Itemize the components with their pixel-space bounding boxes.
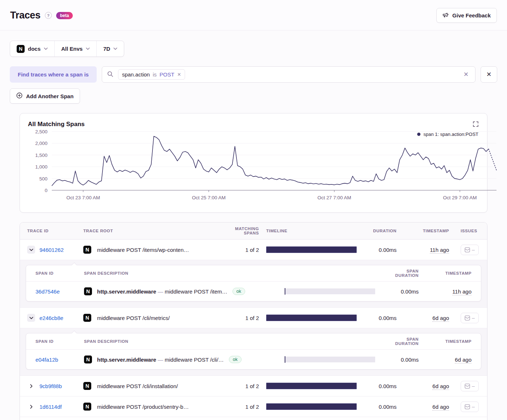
project-selector[interactable]: N docs [10,41,54,57]
issues-empty-dash: – [472,383,475,388]
span-id-link[interactable]: e04fa12b [35,357,58,363]
project-selector-label: docs [28,46,41,52]
col-header-span-description: SPAN DESCRIPTION [80,271,281,275]
matching-spans-count: 1 of 2 [219,404,263,410]
trace-row: 9cb9f88bNmiddleware POST /cli/installati… [20,376,487,396]
fullscreen-icon[interactable] [473,121,478,128]
nextjs-project-icon: N [83,314,91,322]
page-filter-bar: N docs All Envs 7D [10,41,124,57]
span-duration: 0.00ms [379,288,422,295]
col-header-timeline: TIMELINE [263,229,360,233]
span-description-text: http.server.middleware — middleware POST… [97,288,227,295]
date-range-selector[interactable]: 7D [96,41,124,57]
matching-spans-count: 1 of 2 [219,315,263,321]
svg-text:Oct 27 7:00 AM: Oct 27 7:00 AM [318,195,351,200]
col-header-matching-spans: MATCHING SPANS [219,226,263,235]
trace-timeline-bar [266,383,357,389]
trace-root-text: middleware POST /cli/metrics/ [97,315,170,321]
svg-text:0: 0 [45,188,47,193]
chevron-down-icon [44,47,48,50]
issues-empty-dash: – [472,404,475,409]
environment-selector[interactable]: All Envs [54,41,96,57]
col-header-trace-id: TRACE ID [20,229,80,233]
nextjs-project-icon: N [84,355,92,363]
issues-button[interactable]: – [461,381,479,391]
span-id-link[interactable]: 36d7546e [35,288,60,295]
svg-text:1,500: 1,500 [35,153,47,158]
search-icon [107,71,113,78]
span-status-badge: ok [232,288,245,295]
token-value: POST [160,71,175,78]
beta-badge: beta [56,12,73,19]
expanded-trace-section: SPAN IDSPAN DESCRIPTIONSPAN DURATIONTIME… [20,260,487,308]
span-row: e04fa12bNhttp.server.middleware — middle… [26,350,481,369]
plus-circle-icon [16,92,22,100]
traces-table: TRACE ID TRACE ROOT MATCHING SPANS TIMEL… [20,222,487,420]
issues-button[interactable]: – [461,313,479,323]
trace-id-link[interactable]: 1d6114df [39,404,62,410]
span-status-badge: ok [229,356,242,363]
add-another-span-button[interactable]: Add Another Span [10,88,80,104]
token-key: span.action [122,71,150,78]
give-feedback-button[interactable]: Give Feedback [436,8,497,23]
col-header-span-duration: SPAN DURATION [379,337,422,346]
issues-button[interactable]: – [461,402,479,412]
token-operator: is [153,71,157,78]
trace-root-text: middleware POST /product/sentry-b… [97,404,189,410]
collapse-row-chevron[interactable] [27,314,35,322]
svg-text:Oct 29 7:00 AM: Oct 29 7:00 AM [443,195,477,200]
issues-button[interactable]: – [461,245,479,255]
trace-duration: 0.00ms [360,383,400,389]
col-header-duration: DURATION [360,229,400,233]
trace-id-link[interactable]: 9cb9f88b [39,383,62,389]
trace-duration: 0.00ms [360,404,400,410]
trace-duration: 0.00ms [360,315,400,321]
collapse-row-chevron[interactable] [27,246,35,254]
chart-title: All Matching Spans [28,121,479,128]
span-timestamp: 11h ago [452,288,472,295]
span-duration: 0.00ms [379,357,422,363]
page-title: Traces [10,10,41,21]
expand-row-chevron[interactable] [27,384,35,388]
clear-search-icon[interactable]: ✕ [462,71,470,78]
svg-text:Oct 23 7:00 AM: Oct 23 7:00 AM [66,195,100,200]
col-header-issues: ISSUES [453,229,487,233]
line-chart[interactable]: 05001,0001,5002,0002,500Oct 23 7:00 AMOc… [28,128,479,209]
environment-selector-label: All Envs [61,46,83,52]
col-header-span-duration: SPAN DURATION [379,269,422,278]
span-search-input[interactable]: span.action is POST ✕ ✕ [102,66,475,83]
issues-empty-dash: – [472,247,475,252]
help-icon[interactable]: ? [45,12,52,19]
col-header-timestamp: TIMESTAMP [400,229,453,233]
add-another-span-label: Add Another Span [26,93,74,99]
megaphone-icon [443,12,449,19]
span-timestamp: 6d ago [455,357,472,363]
token-remove-icon[interactable]: ✕ [177,72,181,77]
span-row: 36d7546eNhttp.server.middleware — middle… [26,282,481,301]
expand-row-chevron[interactable] [27,405,35,409]
trace-root-text: middleware POST /items/wp-conten… [97,247,189,253]
give-feedback-label: Give Feedback [452,12,491,18]
trace-timestamp: 6d ago [432,404,449,411]
expanded-trace-section: SPAN IDSPAN DESCRIPTIONSPAN DURATIONTIME… [20,328,487,376]
col-header-span-id: SPAN ID [26,271,80,275]
svg-text:1,000: 1,000 [35,164,47,170]
svg-text:2,000: 2,000 [35,141,47,146]
trace-timeline-bar [266,315,357,321]
spans-sub-table: SPAN IDSPAN DESCRIPTIONSPAN DURATIONTIME… [26,333,481,370]
svg-text:500: 500 [39,176,47,182]
trace-id-link[interactable]: 94601262 [39,247,64,253]
search-filter-token[interactable]: span.action is POST ✕ [118,69,185,80]
table-body: 94601262Nmiddleware POST /items/wp-conte… [20,240,487,420]
remove-span-condition-button[interactable]: ✕ [481,66,497,83]
span-timeline-bar [285,288,375,294]
trace-timestamp: 6d ago [432,315,449,322]
trace-row: e246cb8eNmiddleware POST /cli/metrics/1 … [20,308,487,328]
find-traces-label: Find traces where a span is [10,66,97,83]
trace-id-link[interactable]: e246cb8e [39,315,63,321]
span-timeline-tick [285,356,285,363]
svg-text:2,500: 2,500 [35,129,47,134]
trace-timeline-bar [266,403,357,410]
chart-legend: span 1: span.action:POST [417,132,478,137]
col-header-span-id: SPAN ID [26,339,80,344]
